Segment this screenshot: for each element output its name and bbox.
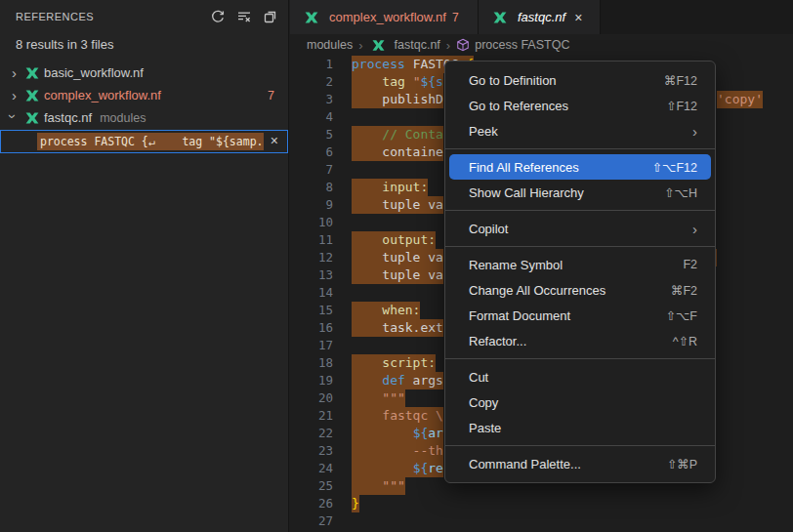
code-line-27: 27 <box>290 512 793 530</box>
code-token: """ <box>352 390 405 405</box>
tab-problem-badge: 7 <box>452 11 459 24</box>
refresh-icon[interactable] <box>208 7 228 26</box>
code-line-text[interactable]: fastqc \ <box>352 407 443 425</box>
menu-item-go-to-definition[interactable]: Go to Definition⌘F12 <box>445 67 715 93</box>
menu-separator <box>445 358 715 359</box>
menu-separator <box>445 210 715 211</box>
menu-item-go-to-references[interactable]: Go to References⇧F12 <box>445 93 715 118</box>
breadcrumb-label: modules <box>307 38 353 52</box>
code-line-text[interactable]: tag "${s <box>352 73 443 91</box>
editor-context-menu: Go to Definition⌘F12Go to References⇧F12… <box>444 61 716 483</box>
code-line-text[interactable]: ${re <box>352 460 443 477</box>
line-number: 14 <box>290 284 333 302</box>
code-token: script: <box>382 355 436 370</box>
tree-file-row-fastqc-nf[interactable]: ›fastqc.nfmodules <box>0 106 288 129</box>
menu-separator <box>445 445 715 446</box>
menu-item-command-palette[interactable]: Command Palette...⇧⌘P <box>445 451 715 476</box>
code-token: tuple va <box>352 267 443 282</box>
chevron-right-icon[interactable]: › <box>6 61 22 84</box>
menu-item-shortcut: ⇧⌥H <box>664 185 697 200</box>
code-line-text[interactable]: --th <box>352 442 443 460</box>
code-token: } <box>352 496 359 511</box>
code-token: containe <box>352 144 443 159</box>
breadcrumb-item-fastqc-nf[interactable]: fastqc.nf <box>369 38 440 53</box>
breadcrumb-item-modules[interactable]: modules <box>307 38 353 52</box>
chevron-right-icon[interactable]: › <box>6 84 22 106</box>
dismiss-result-icon[interactable]: × <box>271 133 278 148</box>
code-token: args <box>405 373 443 388</box>
line-number: 22 <box>290 425 333 442</box>
menu-item-cut[interactable]: Cut <box>445 364 715 389</box>
menu-item-copy[interactable]: Copy <box>445 389 715 415</box>
code-line-text[interactable]: """ <box>352 477 405 495</box>
breadcrumb-item-process-FASTQC[interactable]: process FASTQC <box>456 38 569 52</box>
reference-result-item[interactable]: process FASTQC {↵ tag "${samp... × <box>0 130 288 153</box>
code-line-text[interactable]: } <box>352 495 359 512</box>
line-number: 1 <box>290 56 333 73</box>
menu-item-label: Go to References <box>469 99 666 113</box>
code-token: fastqc \ <box>352 408 443 423</box>
line-number: 5 <box>290 126 333 143</box>
tree-file-row-complex_workflow-nf[interactable]: ›complex_workflow.nf7 <box>0 84 288 106</box>
menu-item-peek[interactable]: Peek› <box>445 118 715 143</box>
code-line-text[interactable]: input: <box>352 179 428 196</box>
menu-item-shortcut: ⇧⌥F <box>665 308 697 323</box>
menu-item-show-call-hierarchy[interactable]: Show Call Hierarchy⇧⌥H <box>445 180 715 205</box>
line-number: 3 <box>290 91 333 108</box>
menu-item-format-document[interactable]: Format Document⇧⌥F <box>445 303 715 328</box>
menu-item-change-all-occurrences[interactable]: Change All Occurrences⌘F2 <box>445 277 715 303</box>
line-number: 21 <box>290 407 333 425</box>
line-number: 27 <box>290 512 333 530</box>
code-line-text[interactable]: tuple va <box>352 266 443 284</box>
code-token: output: <box>382 232 436 247</box>
code-token: tuple va <box>352 250 443 265</box>
file-name: basic_workflow.nf <box>44 65 144 80</box>
code-line-text[interactable]: def args <box>352 372 443 389</box>
tree-file-row-basic_workflow-nf[interactable]: ›basic_workflow.nf <box>0 61 288 84</box>
tab-complex-workflow[interactable]: complex_workflow.nf 7 <box>290 0 479 34</box>
menu-item-label: Go to Definition <box>469 73 664 88</box>
menu-item-paste[interactable]: Paste <box>445 415 715 440</box>
clear-all-icon[interactable] <box>234 7 254 26</box>
line-number: 16 <box>290 319 333 337</box>
menu-item-label: Copilot <box>469 222 692 236</box>
line-number: 9 <box>290 196 333 214</box>
line-number: 18 <box>290 354 333 372</box>
code-token <box>352 373 382 388</box>
results-tree: ›basic_workflow.nf›complex_workflow.nf7›… <box>0 61 288 129</box>
code-line-text[interactable]: ${ar <box>352 425 443 442</box>
code-line-text[interactable]: publishD <box>352 91 443 108</box>
tab-label: fastqc.nf <box>518 10 565 24</box>
line-number: 8 <box>290 179 333 196</box>
menu-item-copilot[interactable]: Copilot› <box>445 216 715 241</box>
code-line-text[interactable]: """ <box>352 389 405 407</box>
menu-item-label: Show Call Hierarchy <box>469 185 664 200</box>
menu-separator <box>445 148 715 149</box>
line-number: 15 <box>290 302 333 319</box>
code-line-text[interactable]: containe <box>352 143 443 161</box>
code-line-text[interactable]: // Conta <box>352 126 443 143</box>
code-line-text[interactable]: tuple va <box>352 249 443 266</box>
menu-item-find-all-references[interactable]: Find All References⇧⌥F12 <box>449 154 711 180</box>
code-line-text[interactable]: output: <box>352 231 436 249</box>
code-line-text[interactable]: task.ext <box>352 319 443 337</box>
breadcrumb-label: process FASTQC <box>475 38 569 52</box>
tab-label: complex_workflow.nf <box>329 10 446 24</box>
code-line-text[interactable]: when: <box>352 302 420 319</box>
code-token: def <box>382 373 404 388</box>
code-line-text[interactable]: script: <box>352 354 436 372</box>
collapse-all-icon[interactable] <box>261 7 280 26</box>
menu-item-rename-symbol[interactable]: Rename SymbolF2 <box>445 252 715 277</box>
tab-fastqc[interactable]: fastqc.nf × <box>479 0 601 34</box>
menu-item-refactor[interactable]: Refactor...^⇧R <box>445 328 715 353</box>
menu-item-shortcut: ⌘F2 <box>671 283 697 298</box>
code-token: --th <box>352 443 443 458</box>
code-token: ar <box>428 426 443 440</box>
tab-close-icon[interactable]: × <box>574 10 582 25</box>
file-name: complex_workflow.nf <box>44 88 161 102</box>
nextflow-icon <box>304 10 319 25</box>
code-line-text[interactable]: tuple va <box>352 196 443 214</box>
menu-item-label: Rename Symbol <box>469 258 683 272</box>
nextflow-icon <box>492 10 508 25</box>
chevron-down-icon[interactable]: › <box>2 108 24 125</box>
